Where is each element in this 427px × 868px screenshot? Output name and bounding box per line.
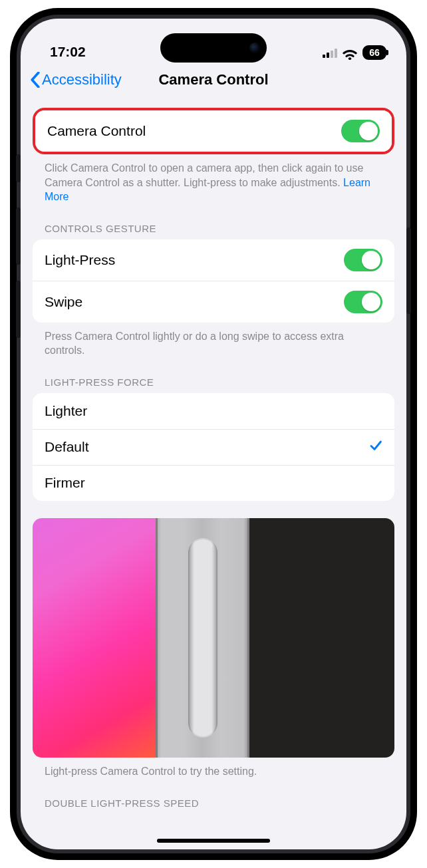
section-header-gesture: Controls Gesture bbox=[33, 206, 394, 239]
section-header-double-press: Double Light-Press Speed bbox=[33, 780, 394, 829]
back-label: Accessibility bbox=[42, 71, 122, 88]
toggle-switch[interactable] bbox=[341, 120, 380, 142]
checkmark-icon bbox=[369, 439, 382, 456]
row-label: Light-Press bbox=[45, 252, 115, 268]
toggle-switch[interactable] bbox=[344, 249, 382, 271]
light-press-toggle-row[interactable]: Light-Press bbox=[33, 239, 394, 281]
cellular-signal-icon bbox=[323, 47, 337, 58]
page-title: Camera Control bbox=[158, 71, 268, 88]
row-label: Default bbox=[45, 439, 89, 455]
front-camera-icon bbox=[249, 43, 260, 53]
back-button[interactable]: Accessibility bbox=[30, 71, 122, 88]
toggle-switch[interactable] bbox=[344, 291, 382, 313]
chevron-left-icon bbox=[30, 72, 41, 88]
section-header-force: Light-Press Force bbox=[33, 359, 394, 393]
force-option-firmer[interactable]: Firmer bbox=[33, 465, 394, 501]
home-indicator[interactable] bbox=[157, 839, 270, 843]
force-option-default[interactable]: Default bbox=[33, 429, 394, 465]
row-label: Camera Control bbox=[47, 123, 146, 139]
section-footer: Click Camera Control to open a camera ap… bbox=[33, 154, 394, 206]
swipe-toggle-row[interactable]: Swipe bbox=[33, 281, 394, 323]
status-time: 17:02 bbox=[50, 44, 86, 60]
preview-caption: Light-press Camera Control to try the se… bbox=[33, 758, 394, 780]
camera-control-toggle-row[interactable]: Camera Control bbox=[35, 110, 392, 152]
row-label: Swipe bbox=[45, 294, 82, 310]
force-preview-image[interactable] bbox=[33, 518, 394, 758]
section-footer: Press Camera Control lightly or do a lon… bbox=[33, 323, 394, 359]
camera-control-button-graphic bbox=[188, 538, 217, 738]
battery-level: 66 bbox=[369, 47, 380, 58]
force-option-lighter[interactable]: Lighter bbox=[33, 393, 394, 429]
row-label: Lighter bbox=[45, 403, 87, 419]
annotation-highlight: Camera Control bbox=[33, 108, 394, 154]
dynamic-island bbox=[160, 33, 267, 63]
battery-icon: 66 bbox=[362, 45, 386, 60]
wifi-icon bbox=[343, 47, 357, 58]
nav-header: Accessibility Camera Control bbox=[21, 61, 406, 98]
row-label: Firmer bbox=[45, 475, 85, 491]
